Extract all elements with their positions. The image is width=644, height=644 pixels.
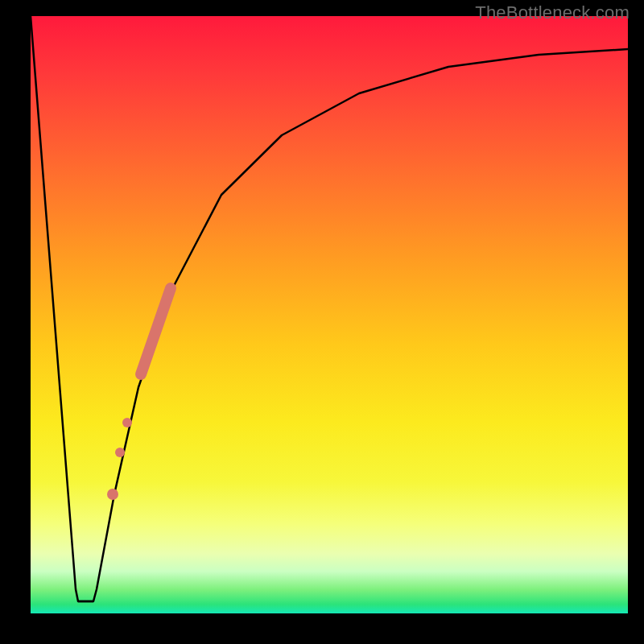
highlight-dot-2 xyxy=(115,448,125,457)
highlight-dot-1 xyxy=(122,418,132,427)
plot-area xyxy=(31,16,628,613)
bottleneck-curve xyxy=(31,16,628,601)
highlight-segment xyxy=(141,288,171,374)
attribution-label: TheBottleneck.com xyxy=(475,2,630,23)
chart-svg xyxy=(31,16,628,613)
highlight-dot-3 xyxy=(107,489,118,500)
chart-frame: TheBottleneck.com xyxy=(0,0,644,644)
